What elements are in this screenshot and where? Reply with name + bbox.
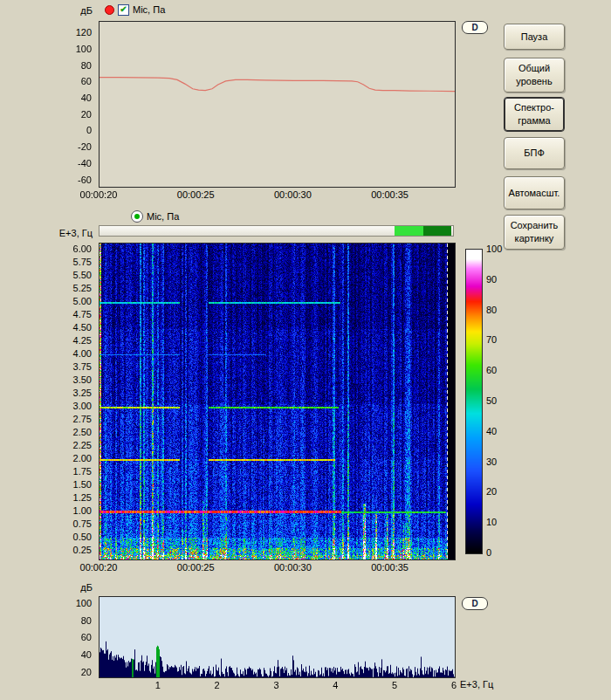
spectrogram-y-tick-label: 3.75 <box>53 361 92 372</box>
colorbar <box>465 249 483 554</box>
colorbar-tick-label: 80 <box>486 305 512 315</box>
fft-x-tick-label: 1 <box>145 680 171 690</box>
colorbar-tick-label: 10 <box>486 517 512 527</box>
spectrogram-legend-label: Mic, Па <box>147 211 179 222</box>
spectrogram-y-tick-label: 4.00 <box>53 348 92 359</box>
fft-d-button[interactable]: D <box>462 597 488 610</box>
spectrogram-canvas[interactable] <box>99 243 456 560</box>
record-indicator-icon <box>105 5 114 15</box>
level-y-tick-label: 40 <box>53 93 92 103</box>
colorbar-tick-label: 20 <box>486 486 512 497</box>
colorbar-tick-label: 40 <box>486 426 512 436</box>
fft-chart-canvas <box>99 596 456 678</box>
colorbar-tick-label: 50 <box>486 395 512 406</box>
level-y-tick-label: 0 <box>53 125 92 135</box>
level-progress-bar[interactable] <box>99 225 454 237</box>
fft-y-tick-label: 60 <box>53 632 92 642</box>
spectrogram-y-tick-label: 4.50 <box>53 322 92 333</box>
fft-button[interactable]: БПФ <box>504 137 565 169</box>
level-y-tick-label: 120 <box>53 27 92 38</box>
spectrogram-y-tick-label: 6.00 <box>53 244 92 254</box>
colorbar-tick-label: 90 <box>486 274 512 285</box>
spectrogram-y-tick-label: 1.00 <box>53 505 92 516</box>
progress-segment <box>395 226 422 236</box>
spectrogram-y-tick-label: 0.25 <box>53 545 92 555</box>
level-x-tick-label: 00:00:20 <box>72 189 125 200</box>
spectrogram-legend: Mic, Па <box>131 209 179 223</box>
level-y-tick-label: 20 <box>53 109 92 120</box>
fft-x-tick-label: 3 <box>264 680 290 690</box>
fft-y-tick-label: 40 <box>53 649 92 660</box>
level-y-tick-label: -40 <box>53 158 92 168</box>
fft-y-tick-label: 80 <box>53 615 92 626</box>
spectrogram-y-tick-label: 1.50 <box>53 479 92 490</box>
level-legend-label: Mic, Па <box>133 4 165 15</box>
spectrogram-button-label: Спектро- грамма <box>514 101 554 127</box>
fft-x-unit-label: E+3, Гц <box>460 679 516 690</box>
spectrogram-y-tick-label: 3.00 <box>53 401 92 411</box>
overall-level-button[interactable]: Общий уровень <box>504 58 565 93</box>
colorbar-tick-label: 30 <box>486 456 512 467</box>
spectrogram-x-tick-label: 00:00:35 <box>364 562 416 573</box>
spectrogram-y-tick-label: 3.25 <box>53 388 92 398</box>
spectrogram-y-tick-label: 5.25 <box>53 283 92 293</box>
app-window: дБ ✔ Mic, Па D Mic, Па E+3, Гц дБ D E+3,… <box>0 0 611 700</box>
radio-dot-icon <box>134 214 140 219</box>
level-chart-canvas <box>99 21 456 188</box>
pause-button[interactable]: Пауза <box>504 24 565 50</box>
level-d-button[interactable]: D <box>462 21 488 34</box>
spectrogram-y-tick-label: 2.25 <box>53 440 92 450</box>
spectrogram-y-tick-label: 2.50 <box>53 427 92 437</box>
save-picture-button[interactable]: Сохранить картинку <box>504 215 565 250</box>
autoscale-button-label: Автомасшт. <box>509 187 560 200</box>
spectrogram-y-tick-label: 3.50 <box>53 374 92 385</box>
fft-y-unit-label: дБ <box>58 582 93 593</box>
spectrogram-y-unit-label: E+3, Гц <box>49 228 93 238</box>
level-y-tick-label: -20 <box>53 141 92 152</box>
level-y-tick-label: -60 <box>53 175 92 185</box>
level-x-tick-label: 00:00:25 <box>169 189 222 200</box>
progress-segment <box>423 226 451 236</box>
spectrogram-x-tick-label: 00:00:25 <box>169 562 222 573</box>
pause-button-label: Пауза <box>521 31 548 44</box>
spectrogram-y-tick-label: 2.00 <box>53 453 92 463</box>
spectrogram-y-tick-label: 5.50 <box>53 270 92 280</box>
level-x-tick-label: 00:00:30 <box>266 189 319 200</box>
spectrogram-y-tick-label: 5.75 <box>53 257 92 267</box>
colorbar-tick-label: 0 <box>486 547 512 558</box>
fft-y-tick-label: 20 <box>53 667 92 677</box>
autoscale-button[interactable]: Автомасшт. <box>504 176 565 209</box>
fft-x-tick-label: 5 <box>381 680 408 690</box>
fft-button-label: БПФ <box>524 147 545 160</box>
spectrogram-y-tick-label: 1.75 <box>53 466 92 477</box>
mic-channel-radio[interactable] <box>131 210 143 223</box>
spectrogram-y-tick-label: 4.75 <box>53 309 92 319</box>
spectrogram-y-tick-label: 1.25 <box>53 492 92 503</box>
spectrogram-y-tick-label: 4.25 <box>53 335 92 346</box>
spectrogram-button[interactable]: Спектро- грамма <box>504 97 565 132</box>
level-legend: ✔ Mic, Па <box>105 3 165 17</box>
fft-x-tick-label: 2 <box>204 680 230 690</box>
level-y-tick-label: 80 <box>53 60 92 71</box>
fft-y-tick-label: 100 <box>53 598 92 608</box>
colorbar-tick-label: 60 <box>486 365 512 375</box>
spectrogram-y-tick-label: 0.50 <box>53 532 92 542</box>
mic-channel-checkbox[interactable]: ✔ <box>118 4 129 16</box>
colorbar-tick-label: 70 <box>486 334 512 345</box>
spectrogram-x-tick-label: 00:00:30 <box>266 562 319 573</box>
level-y-unit-label: дБ <box>58 5 93 16</box>
spectrogram-x-tick-label: 00:00:20 <box>72 562 125 573</box>
check-icon: ✔ <box>120 5 127 14</box>
level-x-tick-label: 00:00:35 <box>364 189 416 200</box>
spectrogram-y-tick-label: 5.00 <box>53 296 92 306</box>
fft-x-tick-label: 4 <box>322 680 348 690</box>
fft-x-tick-label: 6 <box>441 680 467 690</box>
overall-level-button-label: Общий уровень <box>516 62 552 88</box>
colorbar-tick-label: 100 <box>486 244 512 254</box>
spectrogram-y-tick-label: 2.75 <box>53 414 92 424</box>
spectrogram-y-tick-label: 0.75 <box>53 518 92 529</box>
save-picture-button-label: Сохранить картинку <box>511 219 559 245</box>
level-y-tick-label: 60 <box>53 76 92 86</box>
level-y-tick-label: 100 <box>53 44 92 54</box>
